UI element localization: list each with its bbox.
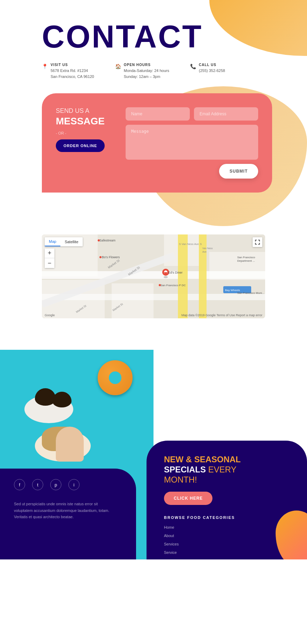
svg-text:San Francisco Muni...: San Francisco Muni... xyxy=(237,291,264,295)
visit-us-label: VISIT US xyxy=(51,63,94,67)
social-icons-row: f t p i xyxy=(14,479,122,490)
svg-text:Safestream: Safestream xyxy=(99,239,115,242)
nav-link-services[interactable]: Services xyxy=(164,541,290,547)
submit-btn-wrap: SUBMIT xyxy=(126,164,258,179)
map-expand-button[interactable] xyxy=(253,237,262,247)
contact-section: CONTACT 📍 VISIT US 5678 Extra Rd. #1234 … xyxy=(0,0,307,234)
footer-dark-left: f t p i Sed ut perspiciatis unde omnis i… xyxy=(0,469,136,559)
zoom-out-button[interactable]: − xyxy=(45,258,54,268)
expand-icon xyxy=(255,240,260,245)
send-us-label: SEND US A xyxy=(56,107,112,115)
instagram-icon[interactable]: i xyxy=(68,479,80,490)
open-hours-label: OPEN HOURS xyxy=(124,63,169,67)
svg-text:Bo's Flowers: Bo's Flowers xyxy=(102,255,120,259)
footer-description: Sed ut perspiciatis unde omnis iste natu… xyxy=(14,501,112,520)
map-tab-bar: Map Satellite xyxy=(45,237,83,246)
contact-form-card: SEND US A MESSAGE - OR - ORDER ONLINE SU… xyxy=(42,93,272,193)
map-tab-satellite[interactable]: Satellite xyxy=(60,237,82,246)
phone-icon: 📞 xyxy=(190,64,196,69)
map-tab-map[interactable]: Map xyxy=(45,237,60,246)
visit-us-info: 📍 VISIT US 5678 Extra Rd. #1234 San Fran… xyxy=(42,63,94,79)
svg-rect-8 xyxy=(178,234,188,318)
specials-title: NEW & SEASONAL SPECIALS EVERYMONTH! xyxy=(164,455,290,485)
food-nav-links: Home About Services Service Shop Contact xyxy=(164,524,290,559)
footer-section: f t p i Sed ut perspiciatis unde omnis i… xyxy=(0,350,307,559)
email-input[interactable] xyxy=(194,107,258,121)
call-us-label: CALL US xyxy=(199,63,225,67)
section-spacer xyxy=(0,332,307,343)
order-online-button[interactable]: ORDER ONLINE xyxy=(56,139,105,152)
map-container[interactable]: Market St Market St S Van Ness Ave S Van… xyxy=(42,234,265,318)
call-us-number: (255) 352-6258 xyxy=(199,68,225,74)
message-input[interactable] xyxy=(126,125,258,160)
form-left-panel: SEND US A MESSAGE - OR - ORDER ONLINE xyxy=(56,107,112,179)
page-title: CONTACT xyxy=(42,21,265,52)
specials-title-part2: SPECIALS xyxy=(164,465,206,474)
form-right-panel: SUBMIT xyxy=(126,107,258,179)
svg-text:Department ...: Department ... xyxy=(237,259,255,262)
or-label: - OR - xyxy=(56,131,112,135)
svg-point-19 xyxy=(98,239,100,241)
message-label: MESSAGE xyxy=(56,116,112,127)
google-credit: Google xyxy=(45,313,55,317)
open-hours-text1: Monda-Saturday: 24 hours xyxy=(124,68,169,74)
svg-rect-6 xyxy=(42,271,265,279)
nav-link-about[interactable]: About xyxy=(164,532,290,538)
map-section: Market St Market St S Van Ness Ave S Van… xyxy=(0,234,307,318)
svg-rect-3 xyxy=(112,283,154,318)
clock-icon: 🏠 xyxy=(115,64,121,69)
map-zoom-controls: + − xyxy=(45,248,54,268)
contact-form-area: SEND US A MESSAGE - OR - ORDER ONLINE SU… xyxy=(42,93,265,193)
submit-button[interactable]: SUBMIT xyxy=(219,164,258,179)
plate-pastry-visual xyxy=(28,409,98,462)
open-hours-text2: Sunday: 12am – 3pm xyxy=(124,74,169,80)
svg-point-21 xyxy=(99,256,102,258)
svg-text:Ave: Ave xyxy=(202,251,207,253)
chocolate2 xyxy=(52,392,72,407)
visit-us-address1: 5678 Extra Rd. #1234 xyxy=(51,68,94,74)
location-icon: 📍 xyxy=(42,64,48,69)
svg-text:Ed's Diner: Ed's Diner xyxy=(168,271,182,274)
nav-link-home[interactable]: Home xyxy=(164,524,290,530)
nav-link-service[interactable]: Service xyxy=(164,549,290,555)
map-data-credit: Map data ©2019 Google Terms of Use Repor… xyxy=(181,313,262,317)
nav-link-shop[interactable]: Shop xyxy=(164,557,290,559)
open-hours-info: 🏠 OPEN HOURS Monda-Saturday: 24 hours Su… xyxy=(115,63,169,79)
twitter-icon[interactable]: t xyxy=(32,479,43,490)
donut-visual xyxy=(98,360,133,395)
form-name-email-row xyxy=(126,107,258,121)
map-background: Market St Market St S Van Ness Ave S Van… xyxy=(42,234,265,318)
specials-title-part1: NEW & SEASONAL xyxy=(164,455,241,464)
map-svg: Market St Market St S Van Ness Ave S Van… xyxy=(42,234,265,318)
svg-text:San Francisco P DC: San Francisco P DC xyxy=(160,284,186,287)
zoom-in-button[interactable]: + xyxy=(45,248,54,258)
food-categories-title: BROWSE FOOD CATEGORIES xyxy=(164,515,290,520)
svg-text:S: S xyxy=(200,243,202,246)
facebook-icon[interactable]: f xyxy=(14,479,25,490)
svg-point-24 xyxy=(164,276,168,278)
svg-text:San Francisco: San Francisco xyxy=(237,256,255,259)
pinterest-icon[interactable]: p xyxy=(50,479,61,490)
svg-point-32 xyxy=(159,284,161,286)
svg-text:S Van Ness Ave: S Van Ness Ave xyxy=(179,243,199,246)
contact-info-row: 📍 VISIT US 5678 Extra Rd. #1234 San Fran… xyxy=(42,63,265,79)
hand-visual xyxy=(56,427,84,462)
click-here-button[interactable]: CLICK HERE xyxy=(164,492,212,505)
svg-text:Van Ness: Van Ness xyxy=(202,247,213,249)
name-input[interactable] xyxy=(126,107,190,121)
visit-us-address2: San Francisco, CA 96120 xyxy=(51,74,94,80)
call-us-info: 📞 CALL US (255) 352-6258 xyxy=(190,63,225,79)
